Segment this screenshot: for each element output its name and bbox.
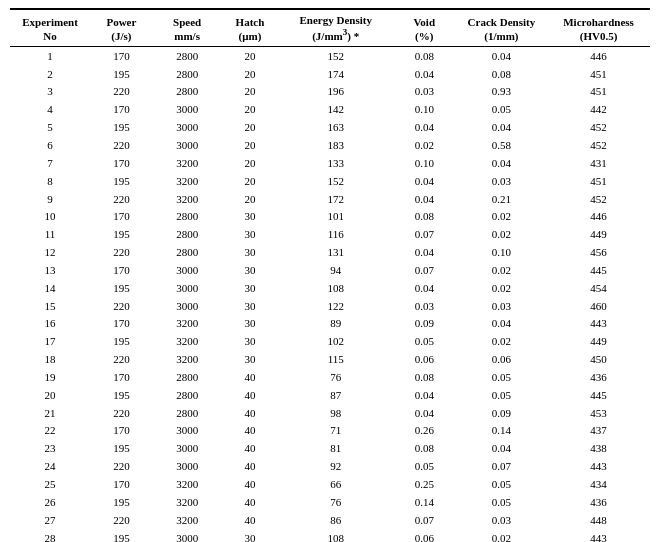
- table-cell: 0.04: [393, 244, 456, 262]
- table-cell: 7: [10, 154, 90, 172]
- table-cell: 174: [279, 65, 393, 83]
- data-table: ExperimentNo Power(J/s) Speedmm/s Hatch(…: [10, 8, 650, 542]
- table-cell: 443: [547, 529, 650, 542]
- table-row: 51953000201630.040.04452: [10, 119, 650, 137]
- table-cell: 40: [221, 404, 278, 422]
- table-cell: 0.04: [393, 279, 456, 297]
- table-cell: 0.05: [393, 333, 456, 351]
- table-cell: 434: [547, 476, 650, 494]
- table-cell: 3000: [153, 279, 222, 297]
- table-row: 16170320030890.090.04443: [10, 315, 650, 333]
- table-cell: 3000: [153, 458, 222, 476]
- table-row: 92203200201720.040.21452: [10, 190, 650, 208]
- table-cell: 20: [221, 65, 278, 83]
- table-cell: 3200: [153, 511, 222, 529]
- table-cell: 0.07: [393, 226, 456, 244]
- table-cell: 170: [90, 261, 153, 279]
- table-cell: 449: [547, 226, 650, 244]
- table-row: 182203200301150.060.06450: [10, 351, 650, 369]
- table-cell: 170: [90, 422, 153, 440]
- table-cell: 20: [10, 386, 90, 404]
- table-cell: 195: [90, 119, 153, 137]
- table-row: 26195320040760.140.05436: [10, 493, 650, 511]
- table-cell: 122: [279, 297, 393, 315]
- table-row: 141953000301080.040.02454: [10, 279, 650, 297]
- table-cell: 81: [279, 440, 393, 458]
- table-cell: 443: [547, 458, 650, 476]
- table-cell: 0.14: [456, 422, 547, 440]
- table-cell: 20: [221, 136, 278, 154]
- table-cell: 0.04: [456, 315, 547, 333]
- table-cell: 8: [10, 172, 90, 190]
- table-cell: 2800: [153, 404, 222, 422]
- table-cell: 0.04: [456, 119, 547, 137]
- table-cell: 445: [547, 261, 650, 279]
- table-cell: 452: [547, 119, 650, 137]
- table-row: 281953000301080.060.02443: [10, 529, 650, 542]
- table-cell: 0.09: [456, 404, 547, 422]
- table-cell: 170: [90, 476, 153, 494]
- table-cell: 152: [279, 172, 393, 190]
- table-cell: 0.04: [456, 154, 547, 172]
- table-cell: 0.05: [393, 458, 456, 476]
- table-cell: 16: [10, 315, 90, 333]
- table-cell: 133: [279, 154, 393, 172]
- table-cell: 0.04: [393, 119, 456, 137]
- table-cell: 0.04: [456, 440, 547, 458]
- table-cell: 2800: [153, 244, 222, 262]
- table-cell: 0.05: [456, 493, 547, 511]
- table-cell: 0.04: [393, 386, 456, 404]
- table-cell: 20: [221, 47, 278, 65]
- table-cell: 0.04: [393, 172, 456, 190]
- table-cell: 40: [221, 511, 278, 529]
- table-cell: 10: [10, 208, 90, 226]
- table-cell: 0.05: [456, 101, 547, 119]
- table-cell: 40: [221, 440, 278, 458]
- table-cell: 30: [221, 261, 278, 279]
- table-cell: 0.03: [393, 297, 456, 315]
- table-cell: 220: [90, 136, 153, 154]
- table-row: 122202800301310.040.10456: [10, 244, 650, 262]
- table-cell: 20: [221, 154, 278, 172]
- table-cell: 195: [90, 65, 153, 83]
- table-cell: 5: [10, 119, 90, 137]
- table-cell: 220: [90, 297, 153, 315]
- table-cell: 30: [221, 208, 278, 226]
- table-cell: 170: [90, 315, 153, 333]
- table-cell: 3000: [153, 529, 222, 542]
- table-cell: 0.03: [456, 297, 547, 315]
- table-row: 13170300030940.070.02445: [10, 261, 650, 279]
- table-cell: 30: [221, 529, 278, 542]
- table-cell: 195: [90, 440, 153, 458]
- table-cell: 3000: [153, 261, 222, 279]
- table-cell: 0.07: [393, 261, 456, 279]
- table-cell: 0.02: [456, 208, 547, 226]
- table-cell: 30: [221, 297, 278, 315]
- table-cell: 0.03: [456, 172, 547, 190]
- table-cell: 30: [221, 244, 278, 262]
- table-cell: 438: [547, 440, 650, 458]
- table-cell: 40: [221, 493, 278, 511]
- table-cell: 3000: [153, 297, 222, 315]
- table-cell: 442: [547, 101, 650, 119]
- table-cell: 0.05: [456, 386, 547, 404]
- table-cell: 0.03: [456, 511, 547, 529]
- table-cell: 0.26: [393, 422, 456, 440]
- table-cell: 172: [279, 190, 393, 208]
- table-cell: 87: [279, 386, 393, 404]
- table-cell: 0.93: [456, 83, 547, 101]
- table-cell: 195: [90, 279, 153, 297]
- table-cell: 451: [547, 65, 650, 83]
- table-cell: 0.07: [456, 458, 547, 476]
- table-cell: 170: [90, 368, 153, 386]
- table-cell: 40: [221, 476, 278, 494]
- table-cell: 3200: [153, 154, 222, 172]
- table-cell: 131: [279, 244, 393, 262]
- table-cell: 98: [279, 404, 393, 422]
- table-row: 11702800201520.080.04446: [10, 47, 650, 65]
- table-cell: 448: [547, 511, 650, 529]
- table-cell: 71: [279, 422, 393, 440]
- table-cell: 0.02: [456, 261, 547, 279]
- table-cell: 170: [90, 154, 153, 172]
- table-cell: 0.10: [456, 244, 547, 262]
